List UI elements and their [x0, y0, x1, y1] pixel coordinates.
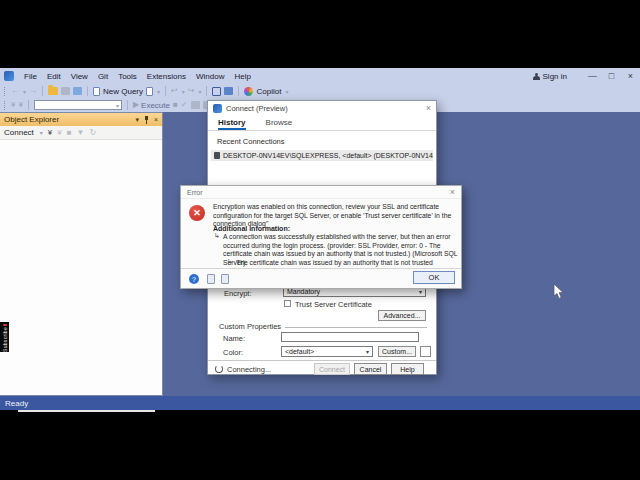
- cancel-button[interactable]: Cancel: [354, 363, 387, 375]
- menu-view[interactable]: View: [66, 72, 93, 81]
- menu-file[interactable]: File: [19, 72, 42, 81]
- window-position-icon[interactable]: ▾: [135, 116, 139, 124]
- menu-tools[interactable]: Tools: [113, 72, 142, 81]
- copy-message-icon[interactable]: [207, 274, 215, 284]
- sign-in-label: Sign in: [543, 72, 567, 81]
- xml-editor-icon[interactable]: [212, 87, 221, 96]
- help-button[interactable]: Help: [391, 363, 424, 375]
- new-query-button[interactable]: New Query: [103, 87, 143, 96]
- menu-git[interactable]: Git: [93, 72, 113, 81]
- encrypt-dropdown-icon: ▾: [419, 288, 422, 295]
- oe-connect-dropdown-icon[interactable]: ▾: [40, 129, 43, 136]
- navigate-forward-icon[interactable]: →: [29, 86, 37, 96]
- copy-details-icon[interactable]: [221, 274, 229, 284]
- oe-connect-button[interactable]: Connect: [4, 128, 34, 137]
- error-x-glyph: ✕: [193, 208, 201, 218]
- status-bar: Ready: [0, 396, 640, 410]
- standard-toolbar: ← ▾ → New Query ▾ ↩ ▾ ↪ ▾ Copilot ▾: [0, 84, 640, 98]
- pin-icon[interactable]: [144, 116, 149, 124]
- undo-icon[interactable]: ↩: [171, 86, 178, 96]
- properties-icon[interactable]: [224, 87, 233, 95]
- redo-dropdown-icon[interactable]: ▾: [198, 88, 201, 95]
- error-dialog-titlebar: Error ×: [181, 186, 461, 199]
- color-swatch: [420, 346, 431, 357]
- undo-dropdown-icon[interactable]: ▾: [182, 88, 185, 95]
- screen: File Edit View Git Tools Extensions Wind…: [0, 0, 640, 480]
- object-explorer-header: Object Explorer ▾ ×: [0, 113, 162, 126]
- ok-button[interactable]: OK: [413, 271, 455, 284]
- oe-filter-icon[interactable]: ▼: [77, 128, 85, 137]
- navigate-back-icon[interactable]: ←: [11, 86, 19, 96]
- connect-dialog-icon: [213, 104, 222, 113]
- redo-icon[interactable]: ↪: [188, 86, 195, 96]
- trust-certificate-checkbox[interactable]: [284, 300, 291, 307]
- error-icon: ✕: [189, 205, 205, 221]
- close-panel-icon[interactable]: ×: [154, 116, 158, 123]
- save-all-icon[interactable]: [73, 87, 82, 95]
- group-divider: [285, 327, 427, 328]
- error-dialog: Error × ✕ Encryption was enabled on this…: [180, 185, 462, 289]
- oe-stop-icon[interactable]: ■: [67, 128, 72, 137]
- copilot-icon[interactable]: [244, 87, 253, 96]
- recent-connection-label: DESKTOP-0NV14EV\SQLEXPRESS, <default> (D…: [223, 152, 433, 159]
- combobox-dropdown-icon: ▾: [116, 102, 119, 109]
- error-help-icon[interactable]: ?: [189, 274, 199, 284]
- color-select[interactable]: <default> ▾: [281, 346, 373, 357]
- connect-db-icon[interactable]: ¥: [11, 100, 15, 110]
- question-glyph: ?: [192, 276, 196, 283]
- object-explorer-toolbar: Connect ▾ ¥ ¥ ■ ▼ ↻: [0, 126, 162, 140]
- sign-in-button[interactable]: Sign in: [533, 72, 567, 81]
- tab-browse[interactable]: Browse: [266, 118, 293, 130]
- minimize-button[interactable]: —: [583, 71, 602, 81]
- connecting-spinner-icon: [215, 365, 223, 373]
- execute-label: Execute: [141, 101, 170, 110]
- display-plan-icon[interactable]: [191, 101, 200, 109]
- error-detail-2: The certificate chain was issued by an a…: [236, 259, 456, 266]
- new-file-icon[interactable]: [146, 87, 153, 96]
- save-icon[interactable]: [61, 87, 70, 95]
- copilot-dropdown-icon[interactable]: ▾: [285, 88, 288, 95]
- change-connection-icon[interactable]: ¥: [18, 100, 22, 110]
- letterbox-bottom: [0, 410, 640, 480]
- recent-connection-item[interactable]: DESKTOP-0NV14EV\SQLEXPRESS, <default> (D…: [211, 150, 433, 161]
- app-logo-icon: [4, 71, 14, 81]
- color-value: <default>: [285, 348, 314, 355]
- encrypt-value: Mandatory: [287, 288, 320, 295]
- oe-disconnect-icon[interactable]: ¥: [57, 128, 61, 137]
- branch-icon: ↳: [227, 258, 233, 266]
- connecting-status: Connecting...: [227, 365, 271, 374]
- new-file-dropdown-icon[interactable]: ▾: [157, 88, 160, 95]
- oe-connect-icon[interactable]: ¥: [48, 128, 52, 137]
- tab-history[interactable]: History: [218, 118, 246, 130]
- additional-info-label: Additional information:: [213, 225, 290, 232]
- menu-help[interactable]: Help: [229, 72, 255, 81]
- custom-color-button[interactable]: Custom...: [378, 346, 416, 357]
- custom-properties-label: Custom Properties: [219, 322, 281, 331]
- error-dialog-title: Error: [187, 189, 450, 196]
- connect-dialog-close-icon[interactable]: ×: [426, 103, 431, 113]
- recent-connections-label: Recent Connections: [217, 137, 436, 146]
- menu-extensions[interactable]: Extensions: [142, 72, 191, 81]
- close-window-button[interactable]: ×: [621, 71, 640, 81]
- back-dropdown-icon[interactable]: ▾: [23, 88, 26, 95]
- toolbar-grip: [4, 101, 6, 110]
- cancel-query-icon[interactable]: ■: [173, 100, 178, 110]
- advanced-button[interactable]: Advanced...: [378, 310, 426, 321]
- maximize-button[interactable]: □: [602, 71, 621, 81]
- connect-dialog-tabs: History Browse: [208, 115, 436, 131]
- database-combobox[interactable]: ▾: [34, 100, 122, 110]
- color-label: Color:: [223, 348, 243, 357]
- menu-window[interactable]: Window: [191, 72, 229, 81]
- connect-button[interactable]: Connect: [314, 363, 350, 375]
- parse-icon[interactable]: ✓: [181, 100, 188, 110]
- open-file-icon[interactable]: [48, 87, 58, 95]
- error-dialog-close-icon[interactable]: ×: [450, 187, 455, 197]
- execute-button[interactable]: ▶ Execute: [133, 100, 170, 110]
- object-explorer-panel: Object Explorer ▾ × Connect ▾ ¥ ¥ ■ ▼ ↻: [0, 112, 163, 396]
- menu-edit[interactable]: Edit: [42, 72, 66, 81]
- new-query-icon[interactable]: [93, 87, 100, 96]
- copilot-button[interactable]: Copilot: [256, 87, 281, 96]
- oe-refresh-icon[interactable]: ↻: [89, 128, 96, 137]
- name-input[interactable]: [281, 332, 419, 342]
- video-progress-line: [18, 410, 155, 412]
